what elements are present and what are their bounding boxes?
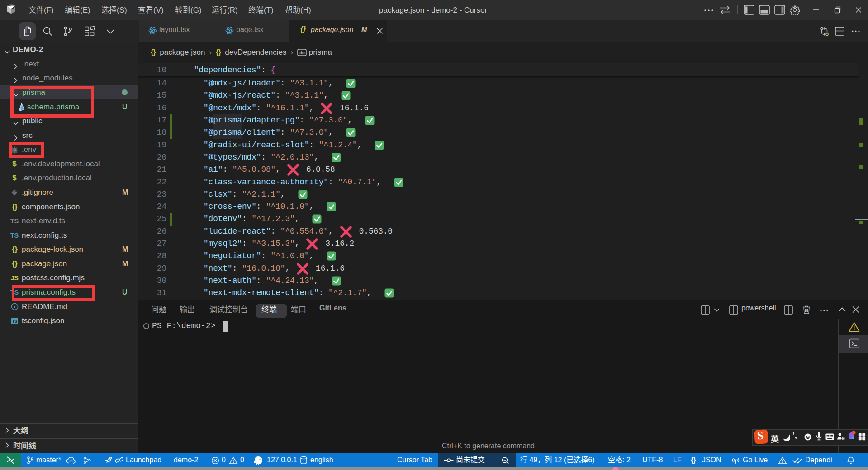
- svg-text:TS: TS: [12, 319, 17, 324]
- svg-text:abc: abc: [299, 50, 306, 55]
- svg-text:46: 46: [841, 437, 845, 440]
